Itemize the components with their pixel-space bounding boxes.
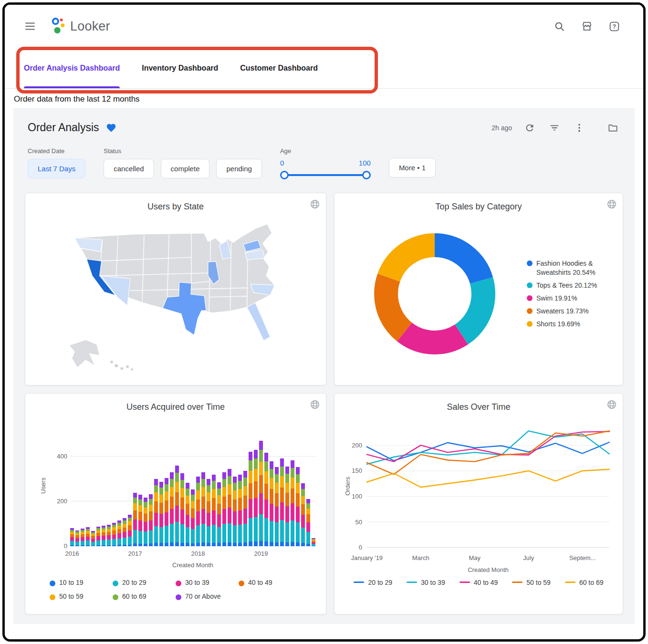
bar-segment (207, 492, 210, 501)
looker-logo[interactable]: Looker (51, 17, 110, 35)
bar-segment (301, 489, 305, 496)
bar-segment (154, 501, 158, 513)
legend-item[interactable]: 70 or Above (176, 592, 239, 601)
bar-segment (222, 542, 226, 546)
stacked-bar (259, 441, 263, 546)
help-icon: ? (608, 21, 620, 32)
dashboard-more-button[interactable] (572, 121, 586, 135)
bar-segment (144, 514, 147, 522)
legend-label: Shorts 19.69% (536, 320, 580, 329)
x-axis-tick-label: January '19 (351, 554, 383, 561)
bar-segment (280, 476, 284, 488)
legend-item[interactable]: 20 to 29 (113, 578, 176, 587)
status-option-cancelled[interactable]: cancelled (104, 159, 154, 178)
bar-segment (306, 532, 310, 544)
help-button[interactable]: ? (606, 19, 622, 34)
last-refreshed-text: 2h ago (491, 124, 512, 132)
bar-segment (180, 543, 184, 547)
legend-item[interactable]: Shorts 19.69% (527, 320, 614, 329)
stacked-bar (306, 499, 310, 546)
legend-item[interactable]: 30 to 39 (176, 578, 239, 587)
bar-segment (70, 541, 74, 545)
bar-segment (270, 478, 273, 489)
favorite-heart-icon[interactable] (106, 123, 116, 133)
bar-segment (264, 471, 268, 483)
legend-item[interactable]: Tops & Tees 20.12% (527, 281, 614, 290)
legend-label: Sweaters 19.73% (536, 307, 589, 316)
bar-segment (102, 545, 105, 546)
bar-segment (207, 526, 210, 543)
stacked-bar (81, 529, 84, 546)
tab-inventory-dashboard[interactable]: Inventory Dashboard (142, 48, 218, 88)
bar-segment (243, 542, 247, 546)
stacked-bar (228, 469, 231, 546)
marketplace-button[interactable] (579, 18, 595, 34)
bar-segment (144, 508, 147, 514)
filter-label-status: Status (104, 147, 262, 155)
stacked-bar (86, 527, 90, 546)
tab-order-analysis-dashboard[interactable]: Order Analysis Dashboard (24, 48, 120, 88)
x-axis-tick-label: May (469, 554, 481, 561)
bar-segment (86, 537, 90, 540)
bar-segment (243, 496, 247, 509)
search-button[interactable] (552, 19, 567, 34)
slider-handle-max[interactable] (362, 171, 371, 179)
created-date-value-button[interactable]: Last 7 Days (28, 159, 85, 178)
age-min-value: 0 (280, 159, 284, 167)
bar-segment (212, 510, 216, 525)
bar-segment (123, 545, 126, 546)
legend-item[interactable]: 60 to 69 (565, 578, 604, 587)
legend-item[interactable]: Fashion Hoodies & Sweatshirts 20.54% (527, 259, 614, 277)
status-option-pending[interactable]: pending (216, 159, 261, 178)
bar-segment (238, 475, 242, 481)
bar-segment (170, 479, 174, 487)
bar-segment (128, 518, 132, 521)
bar-segment (254, 450, 258, 458)
legend-swatch (527, 260, 533, 266)
bar-segment (133, 519, 137, 530)
legend-item[interactable]: 10 to 19 (50, 578, 113, 587)
bar-segment (217, 514, 221, 527)
menu-button[interactable] (22, 18, 38, 34)
bar-segment (280, 542, 284, 546)
state-washington (74, 238, 102, 252)
bar-segment (233, 543, 237, 547)
y-axis-tick-label: 200 (52, 498, 67, 505)
bar-segment (254, 541, 258, 546)
bar-segment (291, 520, 294, 542)
filter-age: Age 0 100 (280, 147, 371, 179)
filters-button[interactable] (547, 121, 562, 135)
legend-item[interactable]: 30 to 39 (407, 578, 445, 587)
slider-handle-min[interactable] (280, 171, 289, 179)
refresh-button[interactable] (523, 121, 537, 135)
legend-item[interactable]: Sweaters 19.73% (527, 307, 614, 316)
legend-item[interactable]: 50 to 59 (50, 592, 113, 601)
bar-segment (112, 535, 116, 540)
stacked-bar (233, 477, 237, 546)
stacked-bar (201, 472, 205, 546)
legend-swatch (460, 582, 470, 583)
status-option-complete[interactable]: complete (161, 159, 210, 178)
legend-item[interactable]: 20 to 29 (354, 578, 392, 587)
legend-item[interactable]: Swim 19.91% (527, 294, 614, 303)
bar-segment (259, 441, 263, 450)
legend-item[interactable]: 40 to 49 (460, 578, 498, 587)
age-range-slider[interactable] (280, 171, 371, 179)
legend-item[interactable]: 50 to 59 (512, 578, 551, 587)
more-filters-button[interactable]: More • 1 (389, 158, 436, 177)
tab-customer-dashboard[interactable]: Customer Dashboard (240, 48, 318, 88)
state-alaska (69, 340, 100, 367)
legend-item[interactable]: 60 to 69 (113, 592, 176, 601)
bar-segment (180, 498, 184, 510)
bar-segment (165, 484, 168, 492)
bar-segment (212, 489, 216, 499)
bar-segment (196, 490, 200, 499)
bar-segment (249, 499, 252, 518)
bar-segment (159, 482, 163, 488)
dashboard-canvas: Order Analysis 2h ago (13, 108, 635, 624)
legend-swatch (176, 594, 181, 600)
legend-item[interactable]: 40 to 49 (239, 578, 302, 587)
slider-track-line (284, 174, 367, 176)
folder-button[interactable] (606, 120, 620, 135)
stacked-bar (296, 467, 300, 546)
